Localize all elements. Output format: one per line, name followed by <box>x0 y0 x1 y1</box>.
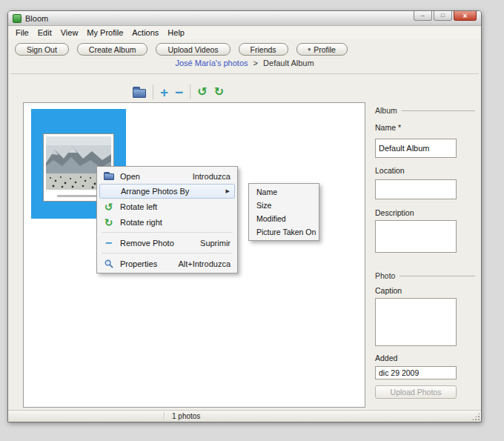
desktop: Bloom – □ × File Edit View My Profile Ac… <box>0 0 504 441</box>
toolbar-divider <box>190 84 190 99</box>
album-section-label: Album <box>375 106 397 115</box>
submenu-item-picture-taken-on[interactable]: Picture Taken On <box>251 225 317 239</box>
section-divider <box>402 110 475 111</box>
photo-section-label: Photo <box>375 271 395 280</box>
added-date-input[interactable] <box>375 366 457 379</box>
breadcrumb-current: Default Album <box>263 59 314 67</box>
context-menu-item-properties[interactable]: Properties Alt+Introduzca <box>99 256 236 271</box>
open-icon <box>104 173 114 180</box>
menu-my-profile[interactable]: My Profile <box>83 27 127 38</box>
minimize-button[interactable]: – <box>414 11 432 21</box>
album-section-header: Album <box>375 106 475 115</box>
menu-item-shortcut: Suprimir <box>200 239 231 248</box>
menu-item-label: Properties <box>120 259 173 268</box>
menu-edit[interactable]: Edit <box>34 27 56 38</box>
window-title: Bloom <box>25 14 48 23</box>
menu-item-label: Remove Photo <box>120 239 195 248</box>
breadcrumb: José María's photos > Default Album <box>8 59 481 67</box>
submenu-item-name[interactable]: Name <box>251 185 317 199</box>
context-menu-item-rotate-left[interactable]: ↺ Rotate left <box>99 199 236 214</box>
menu-item-label: Arrange Photos By <box>121 187 221 196</box>
rotate-right-icon[interactable]: ↻ <box>214 86 224 98</box>
context-menu-item-remove-photo[interactable]: − Remove Photo Suprimir <box>99 235 236 251</box>
menu-view[interactable]: View <box>57 27 82 38</box>
menu-item-shortcut: Introduzca <box>193 172 231 181</box>
remove-icon: − <box>105 237 112 249</box>
menu-item-shortcut: Alt+Introduzca <box>178 259 231 268</box>
app-icon <box>13 14 21 23</box>
magnifier-icon <box>104 259 113 268</box>
context-menu-item-open[interactable]: Open Introduzca <box>99 168 236 184</box>
menu-item-label: Rotate right <box>120 218 231 227</box>
submenu-item-size[interactable]: Size <box>251 199 317 212</box>
menu-item-label: Rotate left <box>120 202 231 211</box>
menu-separator <box>102 253 233 253</box>
window-controls: – □ × <box>414 11 477 21</box>
menu-separator <box>102 232 233 233</box>
rotate-left-icon: ↺ <box>105 202 113 212</box>
location-label: Location <box>375 166 405 175</box>
create-album-button[interactable]: Create Album <box>77 43 148 56</box>
separator-line <box>10 73 479 74</box>
submenu-arrow-icon: ▶ <box>226 188 230 194</box>
photo-action-toolbar: + − ↺ ↻ <box>133 83 224 101</box>
dropdown-caret-icon: ▾ <box>308 47 311 53</box>
menu-item-label: Open <box>120 172 188 181</box>
add-photo-icon[interactable]: + <box>160 85 168 99</box>
profile-button[interactable]: ▾ Profile <box>296 43 348 56</box>
open-folder-icon[interactable] <box>133 89 146 98</box>
caption-label: Caption <box>375 286 402 295</box>
statusbar: 1 photos <box>8 410 481 422</box>
section-divider <box>399 276 475 276</box>
resize-grip[interactable] <box>471 412 480 421</box>
submenu-item-modified[interactable]: Modified <box>251 212 317 225</box>
close-button[interactable]: × <box>454 11 477 21</box>
menu-file[interactable]: File <box>12 27 33 38</box>
upload-photos-button[interactable]: Upload Photos <box>375 385 457 399</box>
photo-section-header: Photo <box>375 271 475 280</box>
toolbar-divider <box>153 84 153 99</box>
context-menu-item-arrange-photos-by[interactable]: Arrange Photos By ▶ <box>99 184 235 199</box>
menu-actions[interactable]: Actions <box>128 27 162 38</box>
arrange-submenu: Name Size Modified Picture Taken On <box>248 183 319 241</box>
statusbar-divider <box>164 412 165 420</box>
bloom-window: Bloom – □ × File Edit View My Profile Ac… <box>7 10 482 422</box>
location-input[interactable] <box>375 179 457 199</box>
context-menu: Open Introduzca Arrange Photos By ▶ ↺ Ro… <box>96 166 238 273</box>
sign-out-button[interactable]: Sign Out <box>15 43 69 56</box>
toolbar: Sign Out Create Album Upload Videos Frie… <box>8 39 481 58</box>
menu-help[interactable]: Help <box>164 27 188 38</box>
remove-photo-icon[interactable]: − <box>175 85 183 99</box>
context-menu-item-rotate-right[interactable]: ↻ Rotate right <box>99 214 236 230</box>
upload-videos-button[interactable]: Upload Videos <box>156 43 230 56</box>
name-label: Name * <box>375 123 401 132</box>
friends-button[interactable]: Friends <box>239 43 288 56</box>
description-textarea[interactable] <box>375 220 457 253</box>
caption-textarea[interactable] <box>375 298 457 346</box>
profile-button-label: Profile <box>314 45 336 54</box>
breadcrumb-user-photos-link[interactable]: José María's photos <box>175 59 248 67</box>
rotate-left-icon[interactable]: ↺ <box>197 86 207 98</box>
description-label: Description <box>375 208 414 217</box>
menubar: File Edit View My Profile Actions Help <box>8 26 481 39</box>
maximize-button[interactable]: □ <box>434 11 452 21</box>
photo-count: 1 photos <box>172 412 200 420</box>
breadcrumb-separator: > <box>253 59 258 67</box>
album-name-input[interactable] <box>375 139 457 158</box>
added-label: Added <box>375 354 397 362</box>
rotate-right-icon: ↻ <box>105 217 113 228</box>
titlebar[interactable]: Bloom – □ × <box>8 11 481 26</box>
photo-caption-text <box>57 195 100 197</box>
